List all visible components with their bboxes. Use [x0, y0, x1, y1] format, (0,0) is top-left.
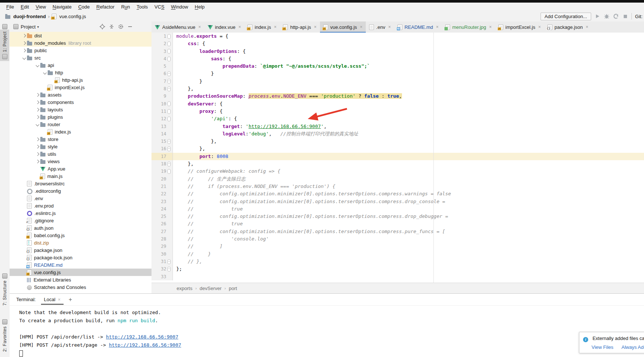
hide-panel-icon[interactable]: [127, 24, 133, 30]
code-line-16[interactable]: 16 },: [151, 145, 644, 152]
chevron-down-icon[interactable]: [34, 64, 40, 67]
code-line-5[interactable]: 5 prependData: `@import "~@/assets/scss/…: [151, 63, 644, 70]
editor-tab-vue-config-js[interactable]: vue.config.js×: [320, 21, 366, 33]
tree-item-auth-json[interactable]: auth.json: [10, 224, 151, 232]
fold-marker[interactable]: [167, 146, 171, 151]
code-line-24[interactable]: 24 // true: [151, 205, 644, 213]
fold-marker[interactable]: [167, 79, 171, 84]
add-configuration-button[interactable]: Add Configuration...: [541, 13, 591, 20]
code-line-26[interactable]: 26 // true: [151, 220, 644, 228]
tree-item-main-js[interactable]: main.js: [10, 172, 151, 180]
git-branch-label[interactable]: Git:: [635, 14, 643, 19]
breadcrumb-devserver[interactable]: devServer: [200, 286, 221, 291]
editor-tab-readme-md[interactable]: README.md×: [394, 21, 442, 33]
chevron-down-icon[interactable]: [21, 57, 27, 59]
editor-tab-env[interactable]: .env×: [366, 21, 394, 33]
tree-item-editorconfig[interactable]: .editorconfig: [10, 187, 151, 195]
menu-code[interactable]: Code: [75, 3, 93, 10]
chevron-down-icon[interactable]: ▾: [37, 25, 39, 29]
code-line-15[interactable]: 15 },: [151, 138, 644, 145]
tree-item-importexcel-js[interactable]: importExcel.js: [10, 84, 151, 91]
fold-marker[interactable]: [167, 87, 171, 91]
editor-tab-index-js[interactable]: index.js×: [244, 21, 280, 33]
fold-marker[interactable]: [167, 41, 171, 46]
view-files-link[interactable]: View Files: [592, 344, 613, 350]
tree-item-http[interactable]: http: [10, 69, 151, 76]
stripe-favorites-button[interactable]: 2: Favorites: [0, 317, 9, 354]
breadcrumb-project[interactable]: duoji-frontend: [13, 14, 46, 19]
fold-marker[interactable]: [167, 139, 171, 144]
menu-view[interactable]: View: [32, 3, 49, 10]
terminal-tab-local[interactable]: Local ×: [42, 294, 62, 304]
tree-item-dist-zip[interactable]: dist.zip: [10, 239, 151, 246]
code-line-13[interactable]: 13 target: 'http://192.168.66.56:9007',: [151, 123, 644, 130]
gear-icon[interactable]: [118, 24, 124, 30]
menu-file[interactable]: File: [3, 3, 17, 10]
tree-item-components[interactable]: components: [10, 98, 151, 106]
tree-item-readme-md[interactable]: README.md: [10, 261, 151, 269]
code-line-19[interactable]: 19 // configureWebpack: config => {: [151, 168, 644, 175]
chevron-right-icon[interactable]: [34, 160, 40, 163]
tree-item-node-modules[interactable]: node_moduleslibrary root: [10, 39, 151, 47]
tree-item-dist[interactable]: dist: [10, 32, 151, 39]
editor-tab-asidemenu-vue[interactable]: AsideMenu.vue×: [151, 21, 204, 33]
menu-tools[interactable]: Tools: [133, 3, 151, 10]
tree-item-plugins[interactable]: plugins: [10, 113, 151, 121]
close-icon[interactable]: ×: [436, 24, 439, 30]
code-line-6[interactable]: 6 }: [151, 70, 644, 77]
tree-item-public[interactable]: public: [10, 47, 151, 54]
close-icon[interactable]: ×: [538, 24, 541, 30]
close-icon[interactable]: ×: [489, 24, 492, 30]
fold-marker[interactable]: [167, 71, 171, 76]
chevron-right-icon[interactable]: [34, 94, 40, 96]
run-icon[interactable]: [594, 13, 600, 19]
stripe-structure-button[interactable]: 7: Structure: [0, 272, 9, 307]
menu-vcs[interactable]: VCS: [151, 3, 168, 10]
locate-file-icon[interactable]: [99, 24, 105, 30]
code-line-23[interactable]: 23 // config.optimization.minimizer[0].o…: [151, 198, 644, 205]
code-line-1[interactable]: 1module.exports = {: [151, 33, 644, 40]
code-line-2[interactable]: 2 css: {: [151, 40, 644, 47]
breadcrumb-port[interactable]: port: [229, 286, 237, 291]
chevron-right-icon[interactable]: [34, 145, 40, 148]
chevron-down-icon[interactable]: [42, 71, 48, 74]
new-terminal-icon[interactable]: +: [69, 296, 72, 303]
menu-help[interactable]: Help: [191, 3, 208, 10]
tree-item-index-js[interactable]: index.js: [10, 128, 151, 135]
tree-item-api[interactable]: api: [10, 61, 151, 69]
code-line-31[interactable]: 31 // },: [151, 258, 644, 265]
fold-marker[interactable]: [167, 162, 171, 166]
terminal-output[interactable]: Note that the development build is not o…: [10, 306, 644, 357]
code-line-20[interactable]: 20 // // 生产去除日志: [151, 175, 644, 183]
debug-icon[interactable]: [604, 13, 610, 19]
coverage-icon[interactable]: [613, 13, 619, 19]
tree-item-layouts[interactable]: layouts: [10, 106, 151, 113]
chevron-right-icon[interactable]: [34, 138, 40, 141]
code-line-4[interactable]: 4 sass: {: [151, 55, 644, 63]
fold-marker[interactable]: [167, 109, 171, 114]
code-line-7[interactable]: 7 }: [151, 78, 644, 85]
terminal-link[interactable]: http://192.168.66.56:9007: [106, 334, 178, 340]
tree-item-utils[interactable]: utils: [10, 150, 151, 158]
tree-item-package-lock-json[interactable]: package-lock.json: [10, 254, 151, 261]
breadcrumb-file[interactable]: vue.config.js: [59, 14, 86, 19]
tree-item-router[interactable]: router: [10, 121, 151, 128]
tree-item-env[interactable]: .env: [10, 195, 151, 202]
close-icon[interactable]: ×: [314, 24, 317, 30]
chevron-right-icon[interactable]: [21, 42, 27, 44]
tree-item-vue-config-js[interactable]: vue.config.js: [10, 269, 151, 276]
fold-marker[interactable]: [167, 117, 171, 121]
fold-marker[interactable]: [167, 49, 171, 54]
tree-item-external-libraries[interactable]: External Libraries: [10, 276, 151, 283]
close-icon[interactable]: ×: [58, 297, 61, 302]
tree-item-package-json[interactable]: package.json: [10, 246, 151, 254]
code-line-22[interactable]: 22 // config.optimization.minimizer[0].o…: [151, 190, 644, 198]
chevron-right-icon[interactable]: [21, 34, 27, 37]
breadcrumb-exports[interactable]: exports: [177, 286, 192, 291]
editor-tab-index-vue[interactable]: index.vue×: [204, 21, 245, 33]
code-editor[interactable]: 1module.exports = {2 css: {3 loaderOptio…: [151, 33, 644, 283]
tree-item-http-api-js[interactable]: http-api.js: [10, 76, 151, 84]
menu-run[interactable]: Run: [118, 3, 133, 10]
code-line-9[interactable]: 9 productionSourceMap: process.env.NODE_…: [151, 92, 644, 100]
fold-marker[interactable]: [167, 57, 171, 61]
